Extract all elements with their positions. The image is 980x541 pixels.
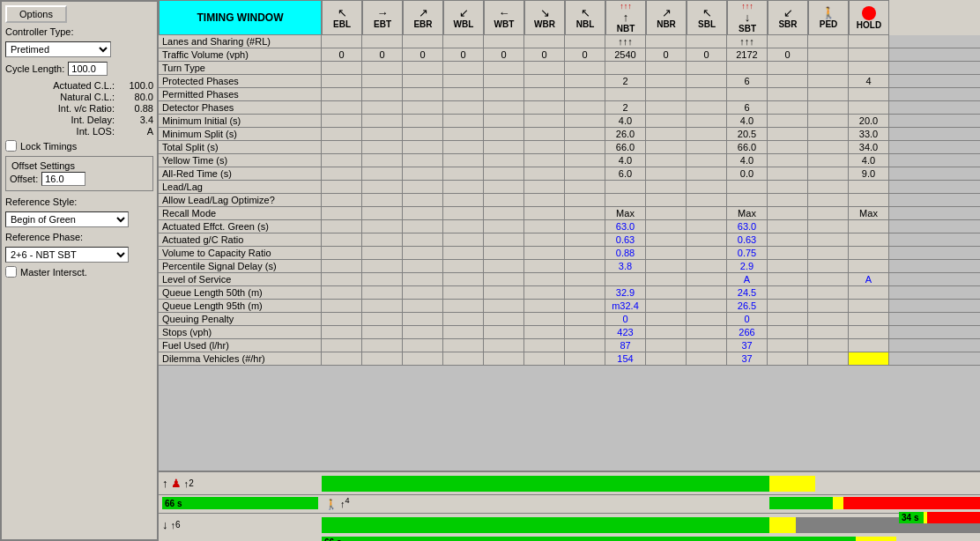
data-cell: 4.0	[849, 154, 889, 167]
data-cell	[849, 260, 889, 272]
offset-input[interactable]	[41, 172, 85, 186]
data-cell	[768, 35, 808, 48]
data-cell	[484, 207, 524, 219]
sbr-label: SBR	[778, 19, 797, 29]
data-cell	[687, 154, 727, 167]
ped-icon: 🚶	[821, 6, 835, 19]
data-cell	[443, 339, 484, 352]
int-delay-row: Int. Delay: 3.4	[9, 115, 153, 125]
data-cell	[362, 167, 403, 180]
cycle-length-label: Cycle Length:	[5, 63, 64, 74]
natural-cl-label: Natural C.L.:	[9, 92, 115, 102]
ebr-label: EBR	[413, 19, 432, 29]
data-cell: ↑↑↑	[727, 35, 768, 48]
data-cell	[565, 181, 605, 193]
data-cell	[646, 326, 687, 338]
col-header-ebr: ↗ EBR	[403, 0, 443, 35]
data-cell	[808, 352, 849, 365]
master-intersct-checkbox[interactable]	[5, 266, 17, 278]
data-cell	[687, 300, 727, 312]
table-row: Protected Phases264	[159, 75, 980, 88]
data-cell	[524, 141, 565, 153]
data-cell	[565, 339, 605, 352]
data-cell	[808, 339, 849, 352]
data-cell	[484, 220, 524, 233]
data-cell: 0.88	[605, 247, 646, 259]
data-cell	[524, 300, 565, 312]
nbl-arrow: ↖	[581, 6, 590, 19]
data-cell	[849, 339, 889, 352]
col-header-wbr: ↘ WBR	[524, 0, 565, 35]
data-cell	[443, 247, 484, 259]
data-cell	[403, 220, 443, 233]
data-cell	[849, 181, 889, 193]
data-cell	[524, 326, 565, 338]
data-cell	[646, 88, 687, 100]
data-cell	[808, 313, 849, 325]
table-row: Queue Length 50th (m)32.924.5	[159, 286, 980, 300]
nbl-label: NBL	[576, 19, 595, 29]
data-cell	[768, 233, 808, 246]
data-cell	[808, 273, 849, 285]
data-cell	[565, 62, 605, 74]
data-cell	[443, 88, 484, 100]
data-cell	[646, 128, 687, 140]
data-cell	[849, 194, 889, 206]
data-cell: 2172	[727, 48, 768, 61]
phase2-time-container: 66 s	[159, 497, 322, 509]
data-cell	[524, 88, 565, 100]
natural-cl-value: 80.0	[118, 92, 153, 102]
data-cell	[768, 115, 808, 127]
data-cell	[808, 167, 849, 180]
data-cell	[484, 141, 524, 153]
master-intersct-label: Master Intersct.	[20, 267, 87, 278]
data-cell	[727, 88, 768, 100]
data-cell	[768, 286, 808, 299]
data-cell: ↑↑↑	[605, 35, 646, 48]
data-cell: 0	[443, 48, 484, 61]
reference-phase-select[interactable]: 2+6 - NBT SBT	[5, 247, 129, 263]
controller-type-select-row: Pretimed	[5, 41, 153, 57]
int-los-row: Int. LOS: A	[9, 126, 153, 137]
data-cell	[484, 128, 524, 140]
phase4-bar	[769, 497, 980, 509]
table-row: Minimum Split (s)26.020.533.0	[159, 128, 980, 141]
data-cell	[768, 167, 808, 180]
data-cell: 0	[727, 313, 768, 325]
actuated-cl-label: Actuated C.L.:	[9, 80, 115, 91]
data-cell	[362, 247, 403, 259]
data-cell	[524, 115, 565, 127]
data-cell	[484, 115, 524, 127]
data-cell	[768, 326, 808, 338]
data-cell	[362, 273, 403, 285]
row-label: Yellow Time (s)	[159, 154, 322, 167]
data-cell	[768, 62, 808, 74]
lock-timings-checkbox[interactable]	[5, 140, 17, 152]
data-cell	[403, 300, 443, 312]
data-cell	[443, 286, 484, 299]
data-cell	[687, 75, 727, 87]
data-cell	[646, 247, 687, 259]
data-cell	[322, 286, 362, 299]
data-cell	[322, 339, 362, 352]
data-cell	[849, 88, 889, 100]
data-cell	[362, 194, 403, 206]
offset-settings-title: Offset Settings	[10, 160, 77, 171]
col-header-sbt: ↑↑↑ ↓ SBT	[727, 0, 768, 35]
reference-style-select[interactable]: Begin of Green	[5, 211, 129, 227]
data-cell	[403, 141, 443, 153]
controller-type-select[interactable]: Pretimed	[5, 41, 111, 57]
cycle-length-input[interactable]	[68, 62, 108, 76]
data-cell	[565, 286, 605, 299]
data-cell	[808, 141, 849, 153]
data-cell: 87	[605, 339, 646, 352]
data-cell	[565, 300, 605, 312]
data-cell	[727, 181, 768, 193]
data-cell: 32.9	[605, 286, 646, 299]
data-cell: 0	[524, 48, 565, 61]
row-label: Minimum Split (s)	[159, 128, 322, 140]
data-cell: 0.63	[605, 233, 646, 246]
data-cell	[605, 273, 646, 285]
options-button[interactable]: Options	[5, 5, 67, 23]
nbt-arrows: ↑↑↑	[620, 2, 632, 11]
